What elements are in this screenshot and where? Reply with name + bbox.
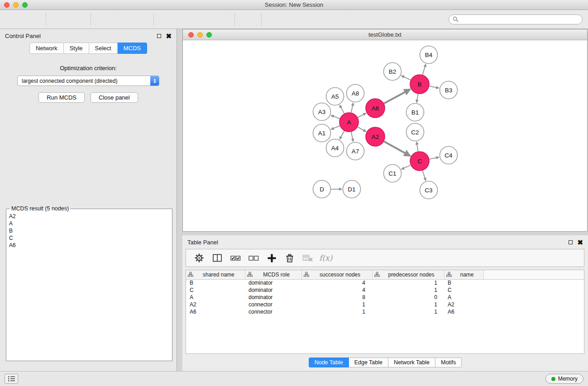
graph-node-A[interactable]: A: [339, 113, 359, 132]
graph-node-C3[interactable]: C3: [420, 181, 438, 199]
graph-edge-B-B4[interactable]: [422, 64, 425, 75]
column-header-mcds-role[interactable]: MCDS role: [245, 270, 301, 279]
table-cell[interactable]: 1: [372, 308, 444, 315]
table-cell[interactable]: C: [186, 286, 245, 294]
task-history-button[interactable]: [5, 374, 18, 384]
column-header-predecessor-nodes[interactable]: predecessor nodes: [372, 270, 444, 279]
graph-edge-B-B3[interactable]: [430, 86, 439, 88]
deselect-all-button[interactable]: [246, 251, 261, 265]
graph-edge-A6-B[interactable]: [384, 89, 410, 104]
table-row[interactable]: Adominator80A: [186, 294, 584, 301]
table-cell[interactable]: 1: [372, 286, 444, 294]
close-table-panel-icon[interactable]: ✖: [577, 239, 583, 246]
graph-node-D[interactable]: D: [313, 181, 331, 198]
session-document-button[interactable]: [266, 12, 284, 27]
home-button[interactable]: [284, 12, 302, 27]
table-cell[interactable]: dominator: [245, 286, 301, 294]
annotation-pen-button[interactable]: [302, 12, 320, 27]
zoom-selected-button[interactable]: [212, 12, 230, 27]
memory-button[interactable]: Memory: [545, 374, 583, 384]
graph-node-B4[interactable]: B4: [420, 46, 438, 64]
graph-edge-C-C1[interactable]: [402, 165, 411, 169]
zoom-out-button[interactable]: [176, 12, 194, 27]
delete-table-button[interactable]: [300, 251, 316, 265]
table-row[interactable]: Cdominator41C: [186, 286, 584, 294]
table-row[interactable]: Bdominator41B: [186, 279, 584, 286]
table-cell[interactable]: 8: [301, 294, 372, 301]
graph-edge-C-C4[interactable]: [430, 157, 439, 159]
column-visibility-button[interactable]: [210, 251, 225, 265]
graph-edge-A-A3[interactable]: [331, 115, 339, 119]
tab-style[interactable]: Style: [64, 43, 89, 54]
network-canvas[interactable]: AA1A2A3A4A5A6A7A8BB1B2B3B4CC1C2C3C4DD1: [183, 40, 587, 231]
table-cell[interactable]: C: [444, 286, 483, 294]
close-panel-button[interactable]: Close panel: [91, 92, 138, 103]
table-cell[interactable]: dominator: [245, 294, 301, 301]
table-cell[interactable]: A6: [444, 308, 483, 315]
optimization-dropdown[interactable]: largest connected component (directed): [17, 76, 159, 86]
table-cell[interactable]: 1: [372, 279, 444, 286]
graph-node-C[interactable]: C: [410, 152, 429, 171]
graph-edge-C-C2[interactable]: [416, 142, 418, 151]
save-session-button[interactable]: [24, 12, 42, 27]
table-cell[interactable]: 0: [372, 294, 444, 301]
zoom-fit-button[interactable]: [194, 12, 212, 27]
table-cell[interactable]: A: [444, 294, 483, 301]
table-tab-node-table[interactable]: Node Table: [309, 357, 349, 367]
search-field[interactable]: [449, 14, 583, 24]
search-input[interactable]: [461, 16, 578, 23]
close-panel-icon[interactable]: ✖: [166, 33, 172, 39]
node-table-container[interactable]: shared nameMCDS rolesuccessor nodesprede…: [186, 270, 584, 354]
tab-network[interactable]: Network: [29, 43, 64, 54]
graph-node-B[interactable]: B: [410, 75, 429, 94]
select-all-button[interactable]: [228, 251, 243, 265]
table-tab-network-table[interactable]: Network Table: [388, 357, 435, 367]
table-cell[interactable]: 1: [301, 301, 372, 308]
table-cell[interactable]: B: [186, 279, 245, 286]
mcds-result-item[interactable]: B: [9, 227, 169, 234]
export-network-button[interactable]: [95, 12, 113, 27]
table-cell[interactable]: A2: [444, 301, 483, 308]
table-tab-edge-table[interactable]: Edge Table: [349, 357, 388, 367]
graph-node-B3[interactable]: B3: [440, 81, 458, 99]
table-cell[interactable]: 1: [372, 301, 444, 308]
export-image-button[interactable]: [131, 12, 149, 27]
function-builder-button[interactable]: f(x): [319, 253, 332, 262]
graph-edge-B-B1[interactable]: [416, 94, 418, 103]
tab-mcds[interactable]: MCDS: [118, 43, 147, 54]
table-cell[interactable]: 4: [301, 286, 372, 294]
table-cell[interactable]: connector: [245, 301, 301, 308]
graph-node-A3[interactable]: A3: [313, 103, 331, 121]
graph-edge-A-A8[interactable]: [351, 103, 354, 113]
open-session-button[interactable]: [5, 12, 24, 27]
table-cell[interactable]: connector: [245, 308, 301, 315]
column-header-successor-nodes[interactable]: successor nodes: [301, 270, 372, 279]
table-cell[interactable]: A6: [186, 308, 245, 315]
graph-node-A6[interactable]: A6: [366, 99, 385, 118]
graph-edge-A-A1[interactable]: [331, 126, 340, 129]
mcds-result-item[interactable]: A6: [9, 242, 169, 249]
graph-node-A5[interactable]: A5: [326, 88, 344, 105]
table-cell[interactable]: A2: [186, 301, 245, 308]
graph-node-D1[interactable]: D1: [343, 181, 361, 198]
mcds-result-item[interactable]: A2: [9, 213, 169, 220]
table-row[interactable]: A6connector11A6: [186, 308, 584, 315]
float-table-panel-icon[interactable]: [569, 240, 573, 244]
column-header-name[interactable]: name: [444, 270, 483, 279]
table-mode-button[interactable]: [191, 251, 207, 265]
run-mcds-button[interactable]: Run MCDS: [38, 92, 85, 103]
refresh-button[interactable]: [239, 12, 257, 27]
table-row[interactable]: A2connector11A2: [186, 301, 584, 308]
graph-node-A4[interactable]: A4: [326, 139, 344, 157]
graph-edge-A-A4[interactable]: [339, 131, 344, 139]
mcds-result-item[interactable]: A: [9, 220, 169, 227]
graph-edge-A-A6[interactable]: [358, 113, 366, 118]
graph-edge-A2-C[interactable]: [384, 142, 411, 156]
graph-node-C1[interactable]: C1: [384, 165, 402, 182]
table-cell[interactable]: 4: [301, 279, 372, 286]
graph-edge-A-A5[interactable]: [339, 105, 344, 114]
graph-node-B2[interactable]: B2: [384, 63, 402, 81]
export-table-button[interactable]: [113, 12, 131, 27]
column-header-shared-name[interactable]: shared name: [186, 270, 245, 279]
table-cell[interactable]: dominator: [245, 279, 301, 286]
